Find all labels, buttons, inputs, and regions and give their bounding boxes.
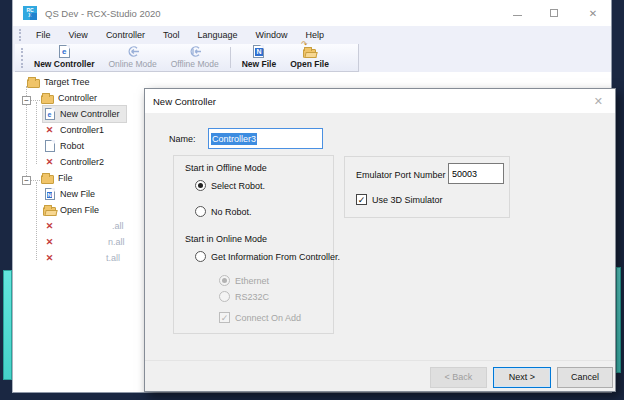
name-input[interactable]: Controller3 [208, 128, 323, 149]
radio-ethernet: Ethernet [219, 275, 269, 286]
window-title: QS Dev - RCX-Studio 2020 [45, 8, 161, 19]
tree-item-controller[interactable]: Controller [41, 90, 97, 106]
open-folder-icon [43, 204, 56, 216]
close-icon: ✕ [589, 8, 597, 19]
open-arrow-glyph: ↷ [301, 40, 308, 49]
name-label: Name: [169, 134, 196, 144]
toolbar-grip [21, 48, 23, 68]
new-file-icon: N [253, 45, 264, 58]
menu-language[interactable]: Language [188, 28, 246, 42]
checkbox-checked-disabled-icon: ✓ [219, 312, 230, 323]
tree-line [30, 100, 40, 101]
tree-item-label: Controller2 [60, 157, 104, 167]
collapse-toggle-file[interactable]: − [22, 176, 31, 185]
folder-icon [41, 172, 54, 184]
tree-item-label: Controller [58, 93, 97, 103]
red-x-icon: ✕ [43, 253, 56, 263]
background-app-strip-right [616, 267, 621, 373]
folder-icon [27, 76, 40, 88]
collapse-toggle-controller[interactable]: − [22, 96, 31, 105]
tree-item-open-file[interactable]: Open File [43, 202, 99, 218]
open-file-button[interactable]: ↷ Open File [283, 44, 336, 71]
radio-disabled-on-icon [219, 275, 230, 286]
new-controller-label: New Controller [34, 59, 94, 69]
tree-item-label: New File [60, 189, 95, 199]
mode-groupbox: Start in Offline Mode Select Robot. No R… [173, 155, 334, 334]
radio-no-robot[interactable]: No Robot. [195, 206, 252, 217]
offline-mode-label: Offline Mode [171, 59, 219, 69]
tree-line [36, 182, 37, 260]
tree-item-label: t.all [60, 253, 120, 263]
emulator-port-input[interactable] [448, 163, 504, 184]
tree-line [30, 180, 40, 181]
blank-page-icon [43, 140, 56, 152]
dialog-titlebar: New Controller ✕ [145, 89, 615, 113]
tree-item-label: File [58, 173, 73, 183]
toolbar: e New Controller Online Mode [15, 44, 359, 72]
tree-item-label: n.all [60, 237, 125, 247]
minimize-button[interactable] [513, 11, 525, 16]
radio-disabled-off-icon [219, 291, 230, 302]
radio-label: Get Information From Controller. [211, 252, 340, 262]
red-x-icon: ✕ [43, 125, 56, 135]
folder-icon [41, 92, 54, 104]
red-x-icon: ✕ [43, 237, 56, 247]
tree-item-robot[interactable]: Robot [43, 138, 84, 154]
back-button: < Back [430, 367, 487, 388]
toolbar-separator [230, 47, 231, 68]
titlebar: RC X QS Dev - RCX-Studio 2020 ✕ [13, 0, 611, 26]
tree-item-target-tree[interactable]: Target Tree [27, 74, 90, 90]
radio-off-icon [195, 251, 206, 262]
red-x-icon: ✕ [43, 157, 56, 167]
minimize-icon [513, 15, 522, 16]
maximize-button[interactable] [550, 9, 562, 17]
open-file-label: Open File [290, 59, 329, 69]
checkbox-connect-on-add: ✓ Connect On Add [219, 312, 301, 323]
new-file-label: New File [242, 59, 276, 69]
menubar-grip [19, 29, 21, 41]
radio-on-icon [195, 180, 206, 191]
tree-item-all-file-3[interactable]: ✕ t.all [43, 250, 120, 266]
menu-tool[interactable]: Tool [154, 28, 189, 42]
offline-mode-icon [187, 45, 202, 58]
tree-item-file[interactable]: File [41, 170, 73, 186]
radio-off-icon [195, 206, 206, 217]
tree-item-label: Target Tree [44, 77, 90, 87]
menu-window[interactable]: Window [246, 28, 296, 42]
tree-item-new-file[interactable]: N New File [43, 186, 95, 202]
tree-item-all-file-1[interactable]: ✕ .all [43, 218, 124, 234]
new-controller-dialog: New Controller ✕ Name: Controller3 Start… [144, 88, 616, 392]
background-app-strip-left [3, 270, 12, 380]
new-file-button[interactable]: N New File [235, 44, 283, 71]
online-mode-button: Online Mode [101, 44, 163, 71]
menu-view[interactable]: View [60, 28, 97, 42]
name-input-selected-text: Controller3 [211, 133, 257, 145]
cancel-button[interactable]: Cancel [557, 367, 613, 388]
radio-get-information[interactable]: Get Information From Controller. [195, 251, 340, 262]
next-button[interactable]: Next > [493, 367, 551, 388]
tree-item-controller1[interactable]: ✕ Controller1 [43, 122, 104, 138]
tree-item-new-controller[interactable]: e New Controller [43, 106, 126, 122]
menu-controller[interactable]: Controller [97, 28, 154, 42]
checkbox-checked-icon: ✓ [356, 194, 367, 205]
online-section-label: Start in Online Mode [185, 234, 267, 244]
radio-select-robot[interactable]: Select Robot. [195, 180, 265, 191]
offline-section-label: Start in Offline Mode [185, 163, 267, 173]
menu-file[interactable]: File [27, 28, 60, 42]
tree-item-controller2[interactable]: ✕ Controller2 [43, 154, 104, 170]
checkbox-use-3d-simulator[interactable]: ✓ Use 3D Simulator [356, 194, 443, 205]
open-file-icon: ↷ [303, 46, 316, 58]
radio-label: Ethernet [235, 276, 269, 286]
logo-text-bottom: X [23, 13, 37, 18]
new-file-glyph: N [255, 48, 263, 56]
new-controller-button[interactable]: e New Controller [27, 44, 101, 71]
tree-item-all-file-2[interactable]: ✕ n.all [43, 234, 125, 250]
dialog-close-icon[interactable]: ✕ [590, 95, 607, 108]
menubar: File View Controller Tool Language Windo… [13, 26, 611, 44]
maximize-icon [550, 9, 558, 17]
new-file-icon: N [43, 188, 56, 200]
close-button[interactable]: ✕ [587, 8, 599, 19]
online-mode-label: Online Mode [108, 59, 156, 69]
checkbox-label: Use 3D Simulator [372, 195, 443, 205]
tree-item-label: New Controller [60, 109, 120, 119]
